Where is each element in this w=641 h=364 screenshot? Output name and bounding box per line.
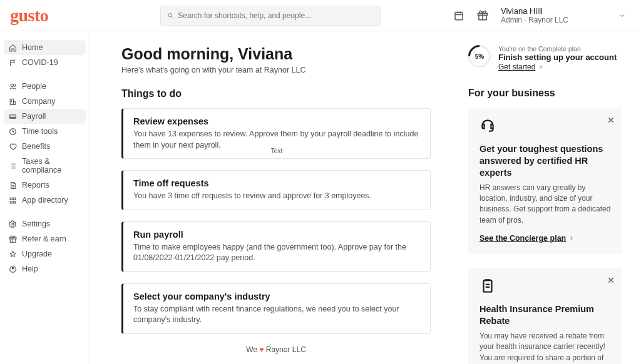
todo-title: Run payroll [133, 230, 420, 240]
sidebar-item-label: Benefits [22, 142, 50, 151]
concierge-link-label: See the Concierge plan [479, 234, 566, 243]
sidebar-item-covid-19[interactable]: COVID-19 [4, 55, 86, 70]
sidebar-item-taxes-compliance[interactable]: Taxes & compliance [4, 154, 86, 178]
clipboard-icon [479, 278, 611, 296]
sidebar-item-time-tools[interactable]: Time tools [4, 124, 86, 139]
sidebar-item-label: App directory [22, 196, 68, 205]
user-menu[interactable]: Viviana Hilll Admin · Raynor LLC [501, 6, 631, 24]
footer-pre: We [246, 345, 259, 354]
sidebar-item-payroll[interactable]: Payroll [4, 109, 86, 124]
main-left: Good morning, Viviana Here's what's goin… [121, 45, 431, 364]
doc-icon [9, 181, 17, 190]
sidebar-item-label: Taxes & compliance [22, 157, 81, 174]
todo-card[interactable]: Time off requestsYou have 3 time off req… [121, 170, 431, 210]
card-desc: HR answers can vary greatly by location,… [479, 183, 611, 226]
calendar-icon[interactable] [453, 10, 464, 21]
search-box[interactable] [160, 6, 381, 26]
user-role: Admin · Raynor LLC [501, 16, 568, 24]
flag-icon [9, 59, 17, 67]
footer-post: Raynor LLC [264, 345, 305, 354]
sidebar-item-label: Time tools [22, 127, 58, 136]
sidebar-item-people[interactable]: People [4, 79, 86, 94]
clock-icon [9, 128, 17, 136]
sidebar-item-label: People [22, 82, 46, 91]
sidebar-item-home[interactable]: Home [4, 40, 86, 55]
get-started-link[interactable]: Get started [498, 63, 544, 71]
footer-love: We ♥ Raynor LLC [121, 345, 431, 354]
nav-group-3: SettingsRefer & earnUpgradeHelp [4, 216, 86, 276]
nav-group-2: PeopleCompanyPayrollTime toolsBenefitsTa… [4, 79, 86, 208]
todo-list: Review expensesYou have 13 expenses to r… [121, 108, 431, 334]
sidebar-item-refer-earn[interactable]: Refer & earn [4, 231, 86, 246]
search-icon [167, 12, 174, 19]
sidebar-item-label: Home [22, 43, 43, 52]
header-icons [453, 10, 488, 21]
sidebar-item-label: Upgrade [22, 250, 52, 258]
sidebar-item-label: Help [22, 265, 38, 273]
sidebar-item-label: Refer & earn [22, 235, 66, 243]
todo-title: Review expenses [133, 116, 420, 126]
todo-desc: You have 3 time off requests to review a… [133, 191, 420, 202]
todo-tag: Text [271, 148, 282, 154]
card-title: Health Insurance Premium Rebate [479, 303, 611, 327]
sidebar-item-upgrade[interactable]: Upgrade [4, 246, 86, 261]
app-header: gusto Viviana Hilll Admin · Raynor LLC [0, 0, 641, 31]
sidebar-item-company[interactable]: Company [4, 94, 86, 109]
gear-icon [9, 220, 17, 228]
greeting: Good morning, Viviana [121, 45, 431, 63]
sidebar-item-label: COVID-19 [22, 58, 58, 67]
main-right: 5% You're on the Complete plan Finish se… [468, 45, 622, 364]
home-icon [9, 44, 17, 52]
user-info: Viviana Hilll Admin · Raynor LLC [501, 6, 568, 24]
logo[interactable]: gusto [10, 6, 100, 26]
card-rebate: ✕ Health Insurance Premium Rebate You ma… [468, 268, 622, 364]
nav-group-1: HomeCOVID-19 [4, 40, 86, 70]
grid-icon [9, 196, 17, 205]
concierge-link[interactable]: See the Concierge plan [479, 234, 575, 243]
sidebar: HomeCOVID-19 PeopleCompanyPayrollTime to… [0, 31, 90, 364]
gift-icon[interactable] [477, 10, 488, 21]
close-icon[interactable]: ✕ [607, 115, 615, 125]
get-started-label: Get started [498, 63, 535, 71]
sidebar-item-label: Company [22, 97, 56, 106]
todo-title: Time off requests [133, 178, 420, 188]
main: Good morning, Viviana Here's what's goin… [90, 31, 641, 364]
headset-icon [479, 118, 611, 136]
todo-title: Select your company's industry [133, 291, 420, 301]
for-your-business-heading: For your business [468, 88, 622, 99]
close-icon[interactable]: ✕ [607, 275, 615, 285]
sidebar-item-benefits[interactable]: Benefits [4, 139, 86, 154]
gift-icon [9, 235, 17, 243]
chevron-right-icon [538, 64, 544, 70]
chevron-right-icon [568, 235, 575, 241]
sidebar-item-label: Reports [22, 181, 49, 190]
sidebar-item-label: Payroll [22, 112, 46, 121]
chevron-down-icon [618, 12, 626, 19]
todo-card[interactable]: Select your company's industryTo stay co… [121, 283, 431, 334]
sidebar-item-settings[interactable]: Settings [4, 216, 86, 231]
user-name: Viviana Hilll [501, 6, 568, 16]
todo-card[interactable]: Review expensesYou have 13 expenses to r… [121, 108, 431, 159]
setup-finish: Finish setting up your account [498, 53, 617, 62]
card-title: Get your toughest questions answered by … [479, 143, 611, 179]
people-icon [9, 83, 17, 91]
search-wrap [100, 6, 441, 26]
payroll-icon [9, 113, 17, 121]
setup-plan: You're on the Complete plan [498, 45, 617, 53]
card-desc: You may have received a rebate from your… [479, 331, 611, 364]
search-input[interactable] [178, 11, 374, 20]
sidebar-item-app-directory[interactable]: App directory [4, 193, 86, 208]
todo-card[interactable]: Run payrollTime to make employees happy … [121, 221, 431, 272]
star-icon [9, 250, 17, 258]
sidebar-item-label: Settings [22, 220, 50, 228]
app-body: HomeCOVID-19 PeopleCompanyPayrollTime to… [0, 31, 641, 364]
sidebar-item-help[interactable]: Help [4, 261, 86, 276]
sidebar-item-reports[interactable]: Reports [4, 178, 86, 193]
company-icon [9, 98, 17, 106]
list-icon [9, 162, 17, 170]
things-to-do-heading: Things to do [121, 88, 431, 99]
setup-widget: 5% You're on the Complete plan Finish se… [468, 45, 622, 71]
todo-desc: To stay compliant with recent finance re… [133, 304, 420, 326]
setup-text: You're on the Complete plan Finish setti… [498, 45, 617, 71]
help-icon [9, 265, 17, 273]
